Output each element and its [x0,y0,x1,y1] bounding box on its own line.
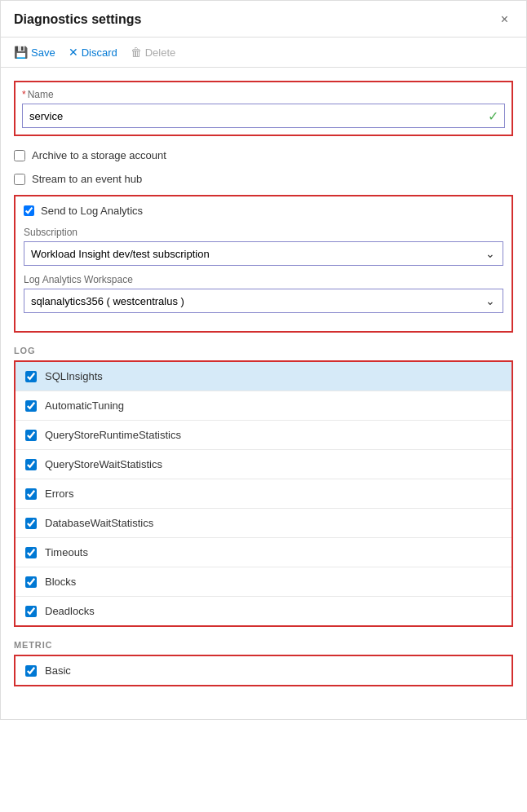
log-item-label: QueryStoreWaitStatistics [45,458,162,470]
log-item-checkbox-querystorewaitstatistics[interactable] [25,459,37,470]
stream-event-hub-row: Stream to an event hub [14,171,513,187]
log-item-checkbox-databasewaitstatistics[interactable] [25,518,37,529]
archive-checkbox-row: Archive to a storage account [14,148,513,163]
log-item-checkbox-automatictuning[interactable] [25,400,37,412]
log-item-checkbox-querystoreruntimestatistics[interactable] [25,430,37,441]
metric-item-label: Basic [45,664,71,677]
metric-section-heading: METRIC [14,640,513,650]
log-item: Errors [16,479,512,509]
diagnostics-settings-panel: Diagnostics settings × 💾 Save ✕ Discard … [0,0,527,720]
log-item-label: Timeouts [45,546,88,558]
log-item-label: QueryStoreRuntimeStatistics [45,429,181,441]
log-item: SQLInsights [16,362,512,391]
subscription-label: Subscription [24,227,503,238]
subscription-select-wrapper: Workload Insight dev/test subscription ⌄ [24,241,503,266]
name-input-wrapper: ✓ [22,104,505,128]
log-item: AutomaticTuning [16,391,512,421]
workspace-label: Log Analytics Workspace [24,274,503,285]
log-analytics-label: Send to Log Analytics [41,205,143,217]
log-item-label: AutomaticTuning [45,399,124,412]
toolbar: 💾 Save ✕ Discard 🗑 Delete [1,38,526,68]
close-button[interactable]: × [496,11,513,29]
save-icon: 💾 [14,46,28,59]
discard-button[interactable]: ✕ Discard [69,44,117,60]
log-analytics-header: Send to Log Analytics [24,205,503,217]
name-input[interactable] [22,104,505,128]
log-item-checkbox-deadlocks[interactable] [25,606,37,617]
delete-label: Delete [145,46,176,59]
name-check-icon: ✓ [488,108,498,124]
stream-event-hub-label: Stream to an event hub [32,173,142,185]
log-item: Deadlocks [16,597,512,625]
save-label: Save [31,46,55,59]
log-item: Blocks [16,567,512,597]
name-field-label: *Name [22,89,505,100]
subscription-select[interactable]: Workload Insight dev/test subscription [24,241,503,266]
log-analytics-checkbox[interactable] [24,205,34,216]
panel-title: Diagnostics settings [14,12,141,27]
metric-item-checkbox-basic[interactable] [25,665,37,677]
log-item: Timeouts [16,538,512,567]
discard-label: Discard [82,46,117,59]
archive-label: Archive to a storage account [32,149,166,161]
metric-section-box: Basic [14,655,513,686]
log-item-label: Errors [45,488,73,500]
save-button[interactable]: 💾 Save [14,44,55,60]
log-item: QueryStoreRuntimeStatistics [16,421,512,450]
archive-checkbox[interactable] [14,150,25,161]
name-section: *Name ✓ [14,81,513,136]
content-area: *Name ✓ Archive to a storage account Str… [1,68,526,719]
log-section-box: SQLInsightsAutomaticTuningQueryStoreRunt… [14,360,513,627]
stream-event-hub-checkbox[interactable] [14,174,25,185]
delete-button[interactable]: 🗑 Delete [131,44,176,60]
delete-icon: 🗑 [131,46,142,59]
log-section-heading: LOG [14,346,513,355]
log-item-label: Deadlocks [45,605,95,617]
workspace-select-wrapper: sqlanalytics356 ( westcentralus ) ⌄ [24,289,503,313]
log-item: DatabaseWaitStatistics [16,509,512,538]
log-item-checkbox-sqlinsights[interactable] [25,371,37,382]
log-analytics-section: Send to Log Analytics Subscription Workl… [14,195,513,333]
required-star: * [22,89,26,100]
log-item-checkbox-timeouts[interactable] [25,547,37,558]
log-item-label: Blocks [45,576,76,588]
panel-header: Diagnostics settings × [1,1,526,38]
log-item-checkbox-blocks[interactable] [25,576,37,588]
log-item-label: SQLInsights [45,370,103,382]
metric-item: Basic [16,656,512,685]
log-item-checkbox-errors[interactable] [25,488,37,500]
log-item-label: DatabaseWaitStatistics [45,517,153,529]
discard-icon: ✕ [69,46,78,59]
workspace-select[interactable]: sqlanalytics356 ( westcentralus ) [24,289,503,313]
log-item: QueryStoreWaitStatistics [16,450,512,479]
